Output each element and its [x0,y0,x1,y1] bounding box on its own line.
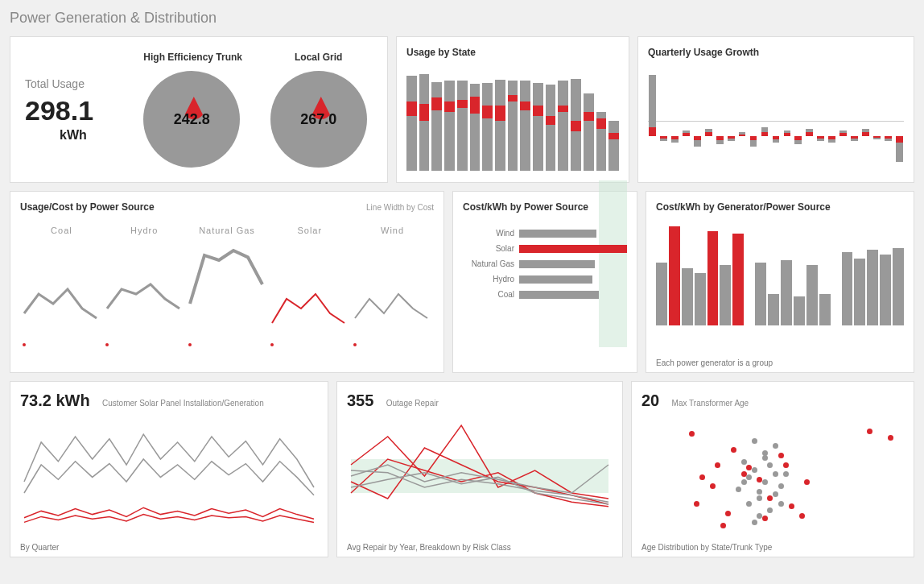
transformer-label: Max Transformer Age [672,399,749,408]
gauge-value-0: 242.8 [174,111,210,128]
card-usage-by-state: Usage by State [396,36,629,183]
row-3: 73.2 kWh Customer Solar Panel Installati… [10,381,914,557]
solar-chart [20,410,318,531]
svg-point-3 [270,343,274,346]
usage-cost-chart: CoalHydroNatural GasSolarWind [20,226,434,362]
usage-cost-title: Usage/Cost by Power Source [20,201,155,213]
outage-metric: 355 [347,391,373,410]
cost-kwh-gen-chart [656,221,904,325]
usage-by-state-title: Usage by State [406,47,619,58]
quarterly-growth-title: Quarterly Usage Growth [648,47,904,58]
outage-label: Outage Repair [386,399,439,408]
gauge-0: 242.8 [143,71,240,168]
quarterly-growth-chart [648,66,904,171]
outage-foot: Avg Repair by Year, Breakdown by Risk Cl… [347,543,511,552]
row-1: Total Usage 298.1 kWh High Efficiency Tr… [10,36,914,183]
card-cost-kwh-source: Cost/kWh by Power Source WindSolarNatura… [452,191,637,373]
cost-kwh-gen-foot: Each power generator is a group [656,358,773,367]
card-usage-cost-source: Usage/Cost by Power Source Line Width by… [10,191,444,373]
row-2: Usage/Cost by Power Source Line Width by… [10,191,914,373]
outage-chart [347,410,613,531]
card-outage-repair: 355 Outage Repair Avg Repair by Year, Br… [336,381,623,557]
transformer-foot: Age Distribution by State/Trunk Type [641,543,772,552]
usage-cost-subtitle: Line Width by Cost [366,203,434,212]
gauge-value-1: 267.0 [300,111,336,128]
page-title: Power Generation & Distribution [10,10,914,27]
svg-point-1 [105,343,109,346]
card-solar-install: 73.2 kWh Customer Solar Panel Installati… [10,381,328,557]
card-quarterly-growth: Quarterly Usage Growth [637,36,914,183]
solar-label: Customer Solar Panel Installation/Genera… [102,399,264,408]
cost-kwh-gen-title: Cost/kWh by Generator/Power Source [656,201,904,213]
solar-foot: By Quarter [20,543,59,552]
gauge-1: 267.0 [270,71,367,168]
transformer-metric: 20 [641,391,659,410]
card-cost-kwh-generator: Cost/kWh by Generator/Power Source Each … [646,191,914,373]
card-transformer-age: 20 Max Transformer Age Age Distribution … [631,381,914,557]
cost-kwh-chart: WindSolarNatural GasHydroCoal [463,229,627,299]
svg-point-4 [353,343,357,346]
total-usage-unit: kWh [25,128,122,143]
gauge-label-0: High Efficiency Trunk [143,52,242,63]
total-usage-value: 298.1 [25,95,122,126]
svg-point-0 [23,343,26,346]
transformer-chart [641,416,904,537]
card-total-usage: Total Usage 298.1 kWh High Efficiency Tr… [10,36,388,183]
gauge-label-1: Local Grid [270,52,367,63]
total-usage-label: Total Usage [25,77,122,90]
solar-metric: 73.2 kWh [20,391,90,410]
svg-point-2 [188,343,192,346]
usage-by-state-chart [406,66,619,171]
